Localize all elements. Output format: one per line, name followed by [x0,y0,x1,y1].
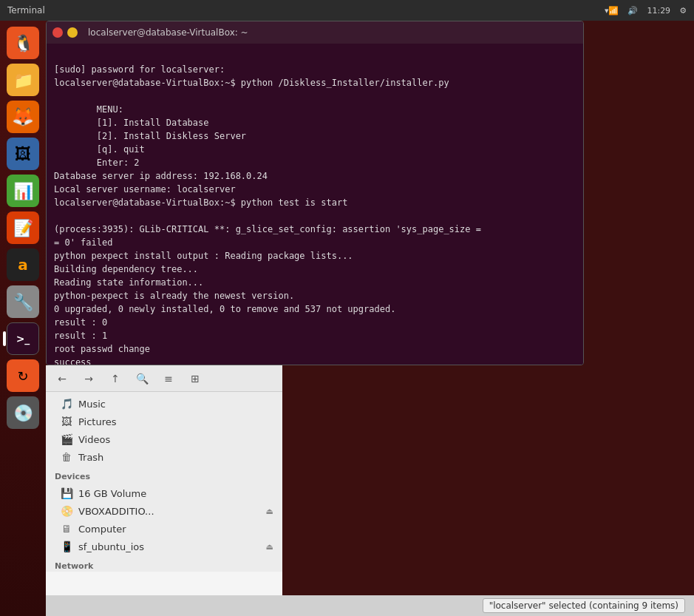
dock-optical[interactable]: 💿 [7,396,39,429]
terminal-window: localserver@database-VirtualBox: ~ [sudo… [46,21,584,365]
fm-item-pictures[interactable]: 🖼 Pictures [46,413,282,430]
pictures-icon: 🖼 [61,416,72,427]
dock-photos[interactable]: 🖼 [7,138,39,170]
fm-devices-label: Devices [46,466,282,484]
fm-sidebar: 🎵 Music 🖼 Pictures 🎬 Videos 🗑 Trash Devi… [46,392,282,572]
mobile-icon: 📱 [61,541,72,552]
ios-eject-button[interactable]: ⏏ [266,542,273,552]
dock-files[interactable]: 📁 [7,64,39,96]
fm-item-videos[interactable]: 🎬 Videos [46,430,282,448]
dock-amazon[interactable]: a [7,248,39,281]
dock-terminal[interactable]: >_ [7,322,39,355]
terminal-minimize-button[interactable] [67,27,78,38]
fm-item-16gb-label: 16 GB Volume [78,488,146,499]
top-bar: Terminal ▾📶 🔊 11:29 ⚙ [0,0,694,21]
videos-icon: 🎬 [61,433,72,445]
fm-item-music-label: Music [78,399,106,410]
top-bar-title: Terminal [7,5,45,16]
fm-back-button[interactable]: ← [52,368,72,389]
computer-icon: 🖥 [61,523,72,535]
fm-network-label: Network [46,555,282,572]
fm-item-16gb[interactable]: 💾 16 GB Volume [46,484,282,502]
fm-toolbar: ← → ↑ 🔍 ≡ ⊞ [46,365,282,392]
fm-item-trash[interactable]: 🗑 Trash [46,448,282,466]
fm-item-videos-label: Videos [78,434,110,445]
top-bar-right: ▾📶 🔊 11:29 ⚙ [605,6,687,16]
dock-firefox[interactable]: 🦊 [7,101,39,133]
fm-item-trash-label: Trash [78,452,103,463]
terminal-titlebar: localserver@database-VirtualBox: ~ [47,21,583,44]
fm-item-computer[interactable]: 🖥 Computer [46,520,282,538]
vbox-eject-button[interactable]: ⏏ [266,507,273,516]
dock-ubuntu[interactable]: 🐧 [7,27,39,59]
sound-icon: 🔊 [627,6,638,16]
fm-item-vbox[interactable]: 📀 VBOXADDITIO... ⏏ [46,502,282,520]
gear-icon[interactable]: ⚙ [679,6,687,16]
clock: 11:29 [647,6,670,16]
cdrom-icon: 📀 [61,505,72,517]
fm-up-button[interactable]: ↑ [105,368,126,389]
desktop-area [584,21,694,616]
dock-writer[interactable]: 📝 [7,211,39,244]
fm-item-pictures-label: Pictures [78,416,116,427]
terminal-close-button[interactable] [52,27,63,38]
trash-icon: 🗑 [61,451,72,463]
status-badge: "localserver" selected (containing 9 ite… [483,598,685,613]
status-bar: "localserver" selected (containing 9 ite… [46,595,694,616]
fm-item-vbox-label: VBOXADDITIO... [78,506,154,517]
drive-icon: 💾 [61,487,72,499]
fm-search-button[interactable]: 🔍 [132,368,152,389]
dock: 🐧 📁 🦊 🖼 📊 📝 a 🔧 >_ ↻ 💿 [0,21,46,616]
music-icon: 🎵 [61,398,72,410]
fm-item-music[interactable]: 🎵 Music [46,395,282,413]
fm-item-computer-label: Computer [78,524,126,535]
fm-item-ios-label: sf_ubuntu_ios [78,541,144,552]
dock-calc[interactable]: 📊 [7,175,39,207]
terminal-body[interactable]: [sudo] password for localserver: localse… [47,44,583,365]
fm-item-ios[interactable]: 📱 sf_ubuntu_ios ⏏ [46,538,282,555]
fm-list-view-button[interactable]: ≡ [158,368,179,389]
wifi-icon: ▾📶 [605,6,619,16]
dock-update[interactable]: ↻ [7,359,39,392]
fm-forward-button[interactable]: → [78,368,99,389]
dock-settings[interactable]: 🔧 [7,285,39,318]
top-bar-left: Terminal [7,5,45,16]
file-manager: ← → ↑ 🔍 ≡ ⊞ 🎵 Music 🖼 Pictures 🎬 Videos … [46,365,282,595]
fm-grid-view-button[interactable]: ⊞ [185,368,205,389]
terminal-title: localserver@database-VirtualBox: ~ [88,27,248,38]
terminal-line-1: [sudo] password for localserver: localse… [54,64,481,365]
